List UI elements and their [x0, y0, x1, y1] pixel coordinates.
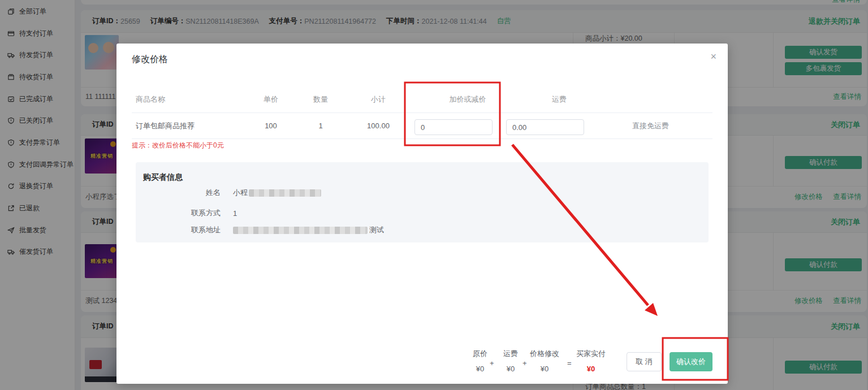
col-product-name: 商品名称	[136, 86, 243, 112]
adjust-price-input[interactable]	[414, 119, 493, 135]
modify-price-modal: 修改价格 × 商品名称 单价 数量 小计 加价或减价 运费 订单包邮商品推荐 1…	[116, 44, 728, 384]
quantity: 1	[297, 113, 344, 138]
col-freight: 运费	[506, 86, 612, 112]
confirm-price-button[interactable]: 确认改价	[670, 352, 712, 371]
subtotal: 100.00	[344, 113, 412, 138]
col-adjust: 加价或减价	[414, 86, 521, 112]
product-name: 订单包邮商品推荐	[136, 113, 243, 138]
buyer-info-panel: 购买者信息 姓名 小程 联系方式 1 联系地址 测试	[136, 162, 709, 242]
buyer-paid-amount: ¥0	[565, 365, 616, 373]
modal-title: 修改价格	[132, 54, 168, 66]
close-icon[interactable]: ×	[710, 51, 716, 62]
buyer-phone-label: 联系方式	[136, 208, 233, 218]
buyer-name-label: 姓名	[136, 188, 233, 198]
buyer-info-title: 购买者信息	[143, 172, 183, 183]
summary-paid: 买家实付¥0	[565, 349, 616, 373]
price-table-row: 订单包邮商品推荐 100 1 100.00 直接免运费	[132, 113, 712, 139]
col-unit-price: 单价	[245, 86, 297, 112]
price-hint-text: 提示：改价后价格不能小于0元	[132, 141, 224, 150]
redacted-address	[233, 227, 368, 234]
price-table-header: 商品名称 单价 数量 小计 加价或减价 运费	[132, 86, 712, 113]
freight-input[interactable]	[506, 119, 584, 135]
unit-price: 100	[245, 113, 297, 138]
col-quantity: 数量	[297, 86, 344, 112]
free-shipping-label[interactable]: 直接免运费	[612, 113, 689, 138]
summary-modify: 价格修改¥0	[519, 349, 570, 373]
buyer-address-value: 测试	[233, 225, 384, 235]
buyer-phone-value: 1	[233, 209, 237, 218]
buyer-name-value: 小程	[233, 188, 321, 198]
col-subtotal: 小计	[344, 86, 412, 112]
redacted-name	[249, 189, 321, 197]
buyer-address-label: 联系地址	[136, 225, 233, 235]
cancel-button[interactable]: 取 消	[627, 352, 662, 371]
